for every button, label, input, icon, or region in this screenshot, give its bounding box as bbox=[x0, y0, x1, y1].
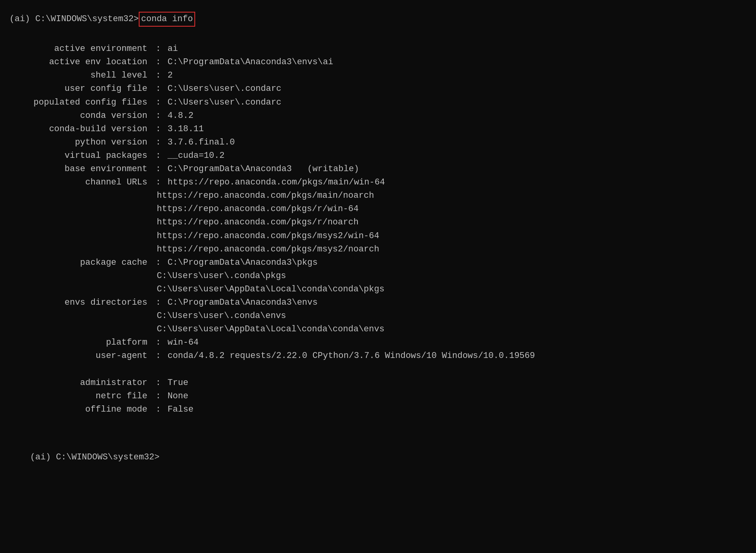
label-conda-build-version: conda-build version bbox=[9, 123, 150, 136]
value-package-cache-3: C:\Users\user\AppData\Local\conda\conda\… bbox=[157, 283, 384, 296]
info-row-virtual-packages: virtual packages : __cuda=10.2 bbox=[9, 149, 747, 163]
value-user-config: C:\Users\user\.condarc bbox=[168, 82, 281, 96]
value-channel-urls-5: https://repo.anaconda.com/pkgs/msys2/win… bbox=[157, 230, 379, 243]
info-row-shell-level: shell level : 2 bbox=[9, 69, 747, 82]
info-row-channel-urls-5: https://repo.anaconda.com/pkgs/msys2/win… bbox=[9, 230, 747, 243]
label-channel-urls: channel URLs bbox=[9, 176, 150, 189]
info-row-active-env: active environment : ai bbox=[9, 42, 747, 56]
info-row-channel-urls-2: https://repo.anaconda.com/pkgs/main/noar… bbox=[9, 189, 747, 202]
info-row-offline-mode: offline mode : False bbox=[9, 403, 747, 416]
info-row-package-cache-2: C:\Users\user\.conda\pkgs bbox=[9, 269, 747, 283]
info-row-base-environment: base environment : C:\ProgramData\Anacon… bbox=[9, 163, 747, 176]
value-channel-urls-4: https://repo.anaconda.com/pkgs/r/noarch bbox=[157, 216, 359, 229]
prompt-line-1: (ai) C:\WINDOWS\system32> conda info bbox=[9, 12, 747, 27]
info-row-package-cache-3: C:\Users\user\AppData\Local\conda\conda\… bbox=[9, 283, 747, 296]
label-conda-version: conda version bbox=[9, 109, 150, 123]
value-envs-dirs-1: C:\ProgramData\Anaconda3\envs bbox=[168, 296, 318, 309]
info-row-conda-version: conda version : 4.8.2 bbox=[9, 109, 747, 123]
prompt-prefix-1: (ai) C:\WINDOWS\system32> bbox=[9, 13, 139, 26]
info-row-channel-urls-6: https://repo.anaconda.com/pkgs/msys2/noa… bbox=[9, 243, 747, 256]
info-row-envs-dirs-1: envs directories : C:\ProgramData\Anacon… bbox=[9, 296, 747, 309]
label-base-environment: base environment bbox=[9, 163, 150, 176]
value-active-env-location: C:\ProgramData\Anaconda3\envs\ai bbox=[168, 56, 333, 69]
info-row-channel-urls-1: channel URLs : https://repo.anaconda.com… bbox=[9, 176, 747, 189]
value-populated-config: C:\Users\user\.condarc bbox=[168, 96, 281, 109]
value-shell-level: 2 bbox=[168, 69, 173, 82]
value-package-cache-2: C:\Users\user\.conda\pkgs bbox=[157, 269, 286, 283]
info-row-envs-dirs-3: C:\Users\user\AppData\Local\conda\conda\… bbox=[9, 323, 747, 336]
command-highlighted: conda info bbox=[139, 12, 195, 27]
label-user-agent: user-agent bbox=[9, 349, 150, 363]
info-row-populated-config: populated config files : C:\Users\user\.… bbox=[9, 96, 747, 109]
conda-info-output: active environment : ai active env locat… bbox=[9, 42, 747, 416]
label-netrc: netrc file bbox=[9, 390, 150, 403]
info-row-user-config: user config file : C:\Users\user\.condar… bbox=[9, 82, 747, 96]
info-row-channel-urls-3: https://repo.anaconda.com/pkgs/r/win-64 bbox=[9, 202, 747, 216]
value-channel-urls-1: https://repo.anaconda.com/pkgs/main/win-… bbox=[168, 176, 385, 189]
value-package-cache-1: C:\ProgramData\Anaconda3\pkgs bbox=[168, 256, 318, 269]
value-platform: win-64 bbox=[168, 336, 199, 349]
label-offline-mode: offline mode bbox=[9, 403, 150, 416]
label-package-cache: package cache bbox=[9, 256, 150, 269]
value-active-env: ai bbox=[168, 42, 178, 56]
info-row-python-version: python version : 3.7.6.final.0 bbox=[9, 136, 747, 149]
value-envs-dirs-2: C:\Users\user\.conda\envs bbox=[157, 309, 286, 323]
value-user-agent: conda/4.8.2 requests/2.22.0 CPython/3.7.… bbox=[168, 349, 535, 363]
info-row-channel-urls-4: https://repo.anaconda.com/pkgs/r/noarch bbox=[9, 216, 747, 229]
label-administrator: administrator bbox=[9, 376, 150, 390]
label-python-version: python version bbox=[9, 136, 150, 149]
label-platform: platform bbox=[9, 336, 150, 349]
info-row-active-env-location: active env location : C:\ProgramData\Ana… bbox=[9, 56, 747, 69]
value-python-version: 3.7.6.final.0 bbox=[168, 136, 235, 149]
label-user-config: user config file bbox=[9, 82, 150, 96]
value-conda-version: 4.8.2 bbox=[168, 109, 194, 123]
value-offline-mode: False bbox=[168, 403, 194, 416]
label-active-env-location: active env location bbox=[9, 56, 150, 69]
label-populated-config: populated config files bbox=[9, 96, 150, 109]
info-row-conda-build-version: conda-build version : 3.18.11 bbox=[9, 123, 747, 136]
value-base-environment: C:\ProgramData\Anaconda3 (writable) bbox=[168, 163, 359, 176]
value-conda-build-version: 3.18.11 bbox=[168, 123, 204, 136]
label-shell-level: shell level bbox=[9, 69, 150, 82]
value-channel-urls-6: https://repo.anaconda.com/pkgs/msys2/noa… bbox=[157, 243, 379, 256]
value-envs-dirs-3: C:\Users\user\AppData\Local\conda\conda\… bbox=[157, 323, 384, 336]
label-envs-dirs: envs directories bbox=[9, 296, 150, 309]
prompt-line-2: (ai) C:\WINDOWS\system32> bbox=[9, 437, 747, 477]
label-virtual-packages: virtual packages bbox=[9, 149, 150, 163]
terminal-window: (ai) C:\WINDOWS\system32> conda info act… bbox=[4, 8, 752, 553]
value-channel-urls-3: https://repo.anaconda.com/pkgs/r/win-64 bbox=[157, 202, 359, 216]
value-netrc: None bbox=[168, 390, 189, 403]
value-administrator: True bbox=[168, 376, 189, 390]
info-row-user-agent: user-agent : conda/4.8.2 requests/2.22.0… bbox=[9, 349, 747, 363]
value-channel-urls-2: https://repo.anaconda.com/pkgs/main/noar… bbox=[157, 189, 374, 202]
prompt-prefix-2: (ai) C:\WINDOWS\system32> bbox=[30, 452, 160, 462]
info-row-envs-dirs-2: C:\Users\user\.conda\envs bbox=[9, 309, 747, 323]
info-row-package-cache-1: package cache : C:\ProgramData\Anaconda3… bbox=[9, 256, 747, 269]
label-active-env: active environment bbox=[9, 42, 150, 56]
info-row-administrator: administrator : True bbox=[9, 376, 747, 390]
value-virtual-packages: __cuda=10.2 bbox=[168, 149, 225, 163]
info-row-platform: platform : win-64 bbox=[9, 336, 747, 349]
info-row-netrc: netrc file : None bbox=[9, 390, 747, 403]
